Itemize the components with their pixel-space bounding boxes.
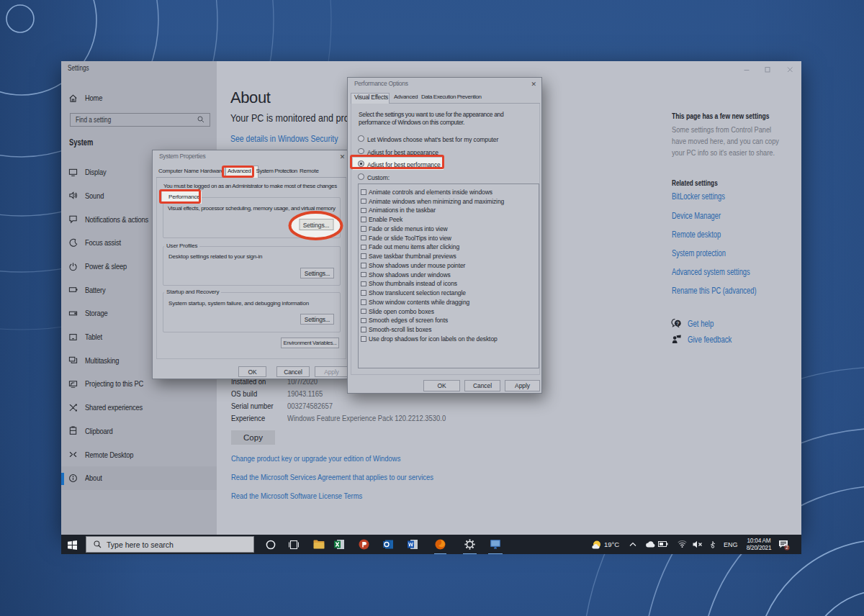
svg-text:2: 2	[786, 545, 788, 550]
svg-text:Settings...: Settings...	[303, 222, 330, 229]
svg-text:?: ?	[676, 320, 680, 327]
